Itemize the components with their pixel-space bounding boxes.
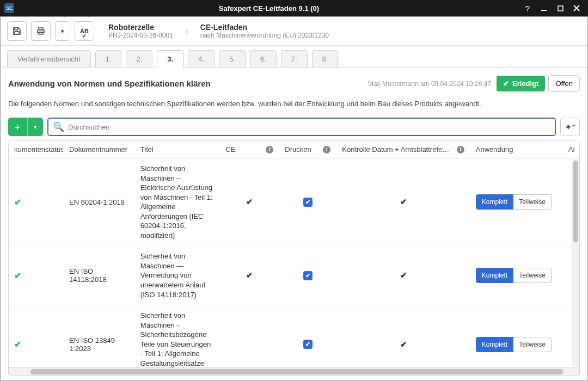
- window-title: Safexpert CE-Leitfaden 9.1 (0): [20, 4, 518, 13]
- help-icon[interactable]: ?: [520, 2, 535, 15]
- close-icon[interactable]: [569, 2, 584, 15]
- app-logo: SE: [4, 3, 14, 13]
- minimize-icon[interactable]: [537, 2, 551, 15]
- titlebar: SE Safexpert CE-Leitfaden 9.1 (0) ?: [0, 0, 588, 16]
- maximize-icon[interactable]: [553, 2, 567, 15]
- svg-rect-1: [558, 6, 563, 11]
